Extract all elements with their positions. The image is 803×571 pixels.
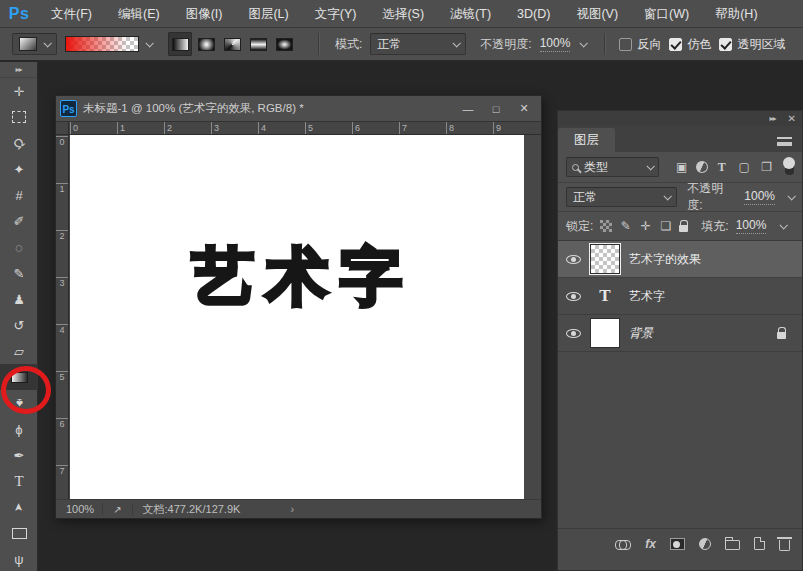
panel-close-icon[interactable]: ✕ — [788, 113, 796, 124]
filter-smart-objects-icon[interactable]: ❐ — [759, 160, 775, 174]
lock-artboard-icon[interactable]: ❏ — [659, 219, 672, 233]
visibility-eye-icon[interactable] — [566, 329, 581, 338]
history-brush-tool-button[interactable]: ↺ — [0, 312, 38, 338]
status-expand-chevron-icon[interactable]: › — [290, 503, 294, 515]
menu-select[interactable]: 选择(S) — [369, 0, 437, 28]
new-layer-button[interactable] — [754, 537, 765, 550]
menu-help[interactable]: 帮助(H) — [702, 0, 770, 28]
hand-tool-icon: ψ — [14, 552, 23, 567]
path-select-tool-button[interactable]: ➤ — [0, 494, 38, 520]
healing-brush-tool-button[interactable]: ◌ — [0, 234, 38, 260]
crop-tool-button[interactable]: # — [0, 182, 38, 208]
delete-layer-button[interactable] — [779, 536, 790, 551]
toolbar-collapse-button[interactable]: ▸▸ — [0, 62, 37, 78]
lock-all-icon[interactable] — [679, 225, 688, 232]
opacity-value[interactable]: 100% — [540, 36, 571, 52]
panel-collapse-icon[interactable]: ▸▸ — [770, 114, 776, 123]
layer-thumbnail-type[interactable]: T — [590, 281, 620, 311]
menu-3d[interactable]: 3D(D) — [504, 0, 563, 28]
artistic-text: 艺术字 — [70, 235, 524, 319]
filter-adjustment-layers-icon[interactable] — [696, 161, 708, 173]
blend-mode-select[interactable]: 正常 — [370, 33, 466, 55]
visibility-eye-icon[interactable] — [566, 292, 581, 301]
filter-shape-layers-icon[interactable]: ▢ — [736, 160, 752, 174]
menu-layer[interactable]: 图层(L) — [235, 0, 301, 28]
hand-tool-button[interactable]: ψ — [0, 546, 38, 571]
menu-edit[interactable]: 编辑(E) — [105, 0, 173, 28]
transparency-checkbox[interactable] — [719, 38, 732, 51]
linear-gradient-button[interactable] — [168, 32, 192, 56]
background-lock-icon — [777, 332, 786, 339]
ruler-number: 5 — [56, 371, 68, 418]
dodge-tool-button[interactable]: ϕ — [0, 416, 38, 442]
layer-thumbnail-transparent[interactable] — [590, 244, 620, 274]
diamond-gradient-button[interactable] — [272, 32, 296, 56]
layer-filtering-toggle[interactable] — [785, 160, 794, 175]
menu-view[interactable]: 视图(V) — [563, 0, 631, 28]
pen-tool-button[interactable]: ✒ — [0, 442, 38, 468]
gradient-preview[interactable] — [65, 36, 139, 52]
lock-transparent-pixels-icon[interactable] — [600, 220, 612, 232]
layer-filter-select[interactable]: 类型 — [566, 157, 659, 177]
dither-checkbox[interactable] — [669, 38, 682, 51]
zoom-level-field[interactable]: 100% — [56, 503, 103, 515]
filter-type-layers-icon[interactable]: T — [714, 160, 730, 175]
panel-header-strip: ▸▸ ✕ — [558, 111, 802, 126]
gradient-editor-group[interactable] — [65, 36, 152, 52]
clone-stamp-tool-button[interactable]: ♟ — [0, 286, 38, 312]
layer-style-button[interactable]: fx — [645, 537, 656, 551]
magic-wand-tool-button[interactable]: ✦ — [0, 156, 38, 182]
layer-name[interactable]: 艺术字的效果 — [629, 251, 701, 268]
eraser-tool-button[interactable]: ▱ — [0, 338, 38, 364]
tool-preset-picker[interactable] — [12, 33, 57, 55]
visibility-eye-icon[interactable] — [566, 255, 581, 264]
layer-thumbnail-background[interactable] — [590, 318, 620, 348]
reverse-checkbox-group[interactable]: 反向 — [619, 36, 661, 53]
layer-row-effect[interactable]: 艺术字的效果 — [558, 241, 802, 278]
move-tool-button[interactable]: ✛ — [0, 78, 38, 104]
reflected-gradient-button[interactable] — [246, 32, 270, 56]
menu-file[interactable]: 文件(F) — [38, 0, 105, 28]
close-button[interactable]: ✕ — [511, 100, 537, 118]
menu-type[interactable]: 文字(Y) — [302, 0, 370, 28]
fill-value[interactable]: 100% — [736, 218, 767, 234]
type-tool-button[interactable]: T — [0, 468, 38, 494]
layer-name[interactable]: 背景 — [629, 325, 653, 342]
gradient-tool-button[interactable] — [0, 364, 38, 390]
shape-tool-button[interactable] — [0, 520, 38, 546]
layer-filter-row: 类型 ▣ T ▢ ❐ — [558, 152, 802, 183]
canvas[interactable]: 艺术字 — [70, 135, 524, 499]
marquee-tool-button[interactable] — [0, 104, 38, 130]
new-group-button[interactable] — [725, 537, 740, 550]
layer-row-background[interactable]: 背景 — [558, 315, 802, 352]
brush-tool-button[interactable]: ✎ — [0, 260, 38, 286]
angle-gradient-button[interactable] — [220, 32, 244, 56]
minimize-button[interactable]: — — [455, 100, 481, 118]
link-icon — [615, 540, 631, 548]
eyedropper-tool-button[interactable]: ✐ — [0, 208, 38, 234]
transparency-checkbox-group[interactable]: 透明区域 — [719, 36, 785, 53]
layer-blend-mode-select[interactable]: 正常 — [566, 187, 677, 207]
layer-row-text[interactable]: T 艺术字 — [558, 278, 802, 315]
menu-window[interactable]: 窗口(W) — [631, 0, 702, 28]
lasso-tool-button[interactable]: Ω — [0, 130, 38, 156]
lock-position-icon[interactable]: ✛ — [639, 219, 652, 233]
lock-image-pixels-icon[interactable]: ✎ — [619, 219, 632, 233]
layer-opacity-value[interactable]: 100% — [744, 189, 775, 205]
document-title-bar[interactable]: Ps 未标题-1 @ 100% (艺术字的效果, RGB/8) * — □ ✕ — [56, 96, 541, 122]
link-layers-button[interactable] — [615, 540, 631, 548]
menu-filter[interactable]: 滤镜(T) — [437, 0, 504, 28]
add-layer-mask-button[interactable] — [670, 538, 685, 550]
layer-name[interactable]: 艺术字 — [629, 288, 665, 305]
dither-checkbox-group[interactable]: 仿色 — [669, 36, 711, 53]
filter-pixel-layers-icon[interactable]: ▣ — [673, 160, 689, 174]
blur-tool-button[interactable]: ♠ — [0, 390, 38, 416]
new-adjustment-layer-button[interactable] — [699, 538, 711, 550]
maximize-button[interactable]: □ — [483, 100, 509, 118]
reverse-checkbox[interactable] — [619, 38, 632, 51]
radial-gradient-button[interactable] — [194, 32, 218, 56]
export-icon[interactable]: ↗ — [103, 504, 132, 515]
menu-image[interactable]: 图像(I) — [173, 0, 236, 28]
panel-menu-icon[interactable] — [777, 137, 792, 146]
tab-layers[interactable]: 图层 — [558, 128, 615, 152]
